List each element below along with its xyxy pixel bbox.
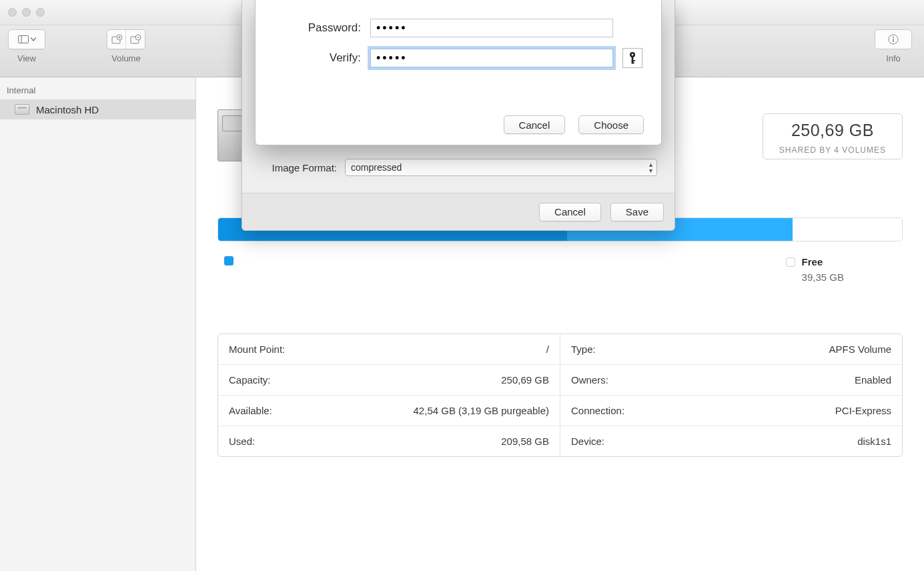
legend-dot-free	[786, 257, 795, 267]
password-label: Password:	[274, 21, 361, 35]
password-assistant-button[interactable]	[622, 48, 642, 68]
toolbar-view-label: View	[17, 53, 36, 63]
legend-dot-used	[224, 256, 234, 265]
toolbar-volume-label: Volume	[111, 53, 140, 63]
image-format-select[interactable]: compressed ▴▾	[345, 159, 657, 176]
capacity-box: 250,69 GB SHARED BY 4 VOLUMES	[763, 113, 903, 159]
svg-point-19	[632, 54, 634, 56]
verify-input[interactable]	[370, 49, 613, 67]
svg-rect-21	[632, 60, 635, 61]
svg-rect-22	[632, 63, 634, 64]
legend-free: Free 39,35 GB	[786, 256, 844, 283]
info-row: Owners:Enabled	[560, 365, 902, 396]
info-row: Connection:PCI-Express	[560, 396, 902, 426]
svg-rect-0	[18, 36, 28, 43]
sidebar-item-label: Macintosh HD	[36, 104, 99, 115]
info-col-left: Mount Point:/ Capacity:250,69 GB Availab…	[218, 334, 560, 456]
volume-buttons	[107, 29, 145, 49]
chevron-down-icon	[31, 37, 36, 41]
hard-drive-icon	[15, 104, 29, 115]
password-sheet: Password: Verify: Cancel Choose	[255, 0, 662, 145]
capacity-subtitle: SHARED BY 4 VOLUMES	[779, 145, 886, 155]
sidebar-icon	[18, 35, 36, 43]
info-row: Type:APFS Volume	[560, 334, 902, 365]
info-row: Used:209,58 GB	[218, 426, 560, 456]
password-input[interactable]	[370, 19, 613, 37]
verify-label: Verify:	[274, 51, 361, 65]
volume-remove-button[interactable]	[126, 30, 145, 49]
toolbar-info-label: Info	[886, 53, 901, 63]
updown-icon: ▴▾	[649, 161, 652, 173]
password-cancel-button[interactable]: Cancel	[504, 115, 566, 134]
capacity-value: 250,69 GB	[779, 121, 886, 140]
info-row: Device:disk1s1	[560, 426, 902, 456]
sidebar-section-header: Internal	[0, 81, 195, 99]
sheet-save-button[interactable]: Save	[610, 203, 664, 221]
toolbar-view-group: View	[8, 29, 45, 63]
legend-free-label: Free	[802, 256, 823, 267]
sidebar: Internal Macintosh HD	[0, 77, 196, 571]
usage-segment-free	[793, 218, 902, 241]
info-row: Mount Point:/	[218, 334, 560, 365]
volume-add-icon	[111, 34, 123, 45]
image-format-label: Image Format:	[260, 162, 337, 173]
svg-point-16	[893, 37, 894, 38]
password-choose-button[interactable]: Choose	[578, 115, 644, 134]
key-icon	[628, 51, 637, 65]
info-panel: Mount Point:/ Capacity:250,69 GB Availab…	[217, 334, 903, 457]
sheet-cancel-button[interactable]: Cancel	[539, 203, 601, 221]
info-row: Capacity:250,69 GB	[218, 365, 560, 396]
info-button[interactable]	[875, 29, 912, 49]
legend-free-value: 39,35 GB	[802, 271, 844, 283]
image-format-value: compressed	[351, 162, 402, 173]
info-row: Available:42,54 GB (3,19 GB purgeable)	[218, 396, 560, 426]
volume-add-button[interactable]	[107, 30, 126, 49]
view-button[interactable]	[8, 29, 45, 49]
volume-remove-icon	[129, 34, 141, 45]
toolbar-info-group: Info	[875, 29, 912, 63]
info-col-right: Type:APFS Volume Owners:Enabled Connecti…	[560, 334, 902, 456]
toolbar-volume-group: Volume	[107, 29, 145, 63]
sidebar-item-volume[interactable]: Macintosh HD	[0, 99, 195, 119]
info-icon	[887, 33, 899, 45]
